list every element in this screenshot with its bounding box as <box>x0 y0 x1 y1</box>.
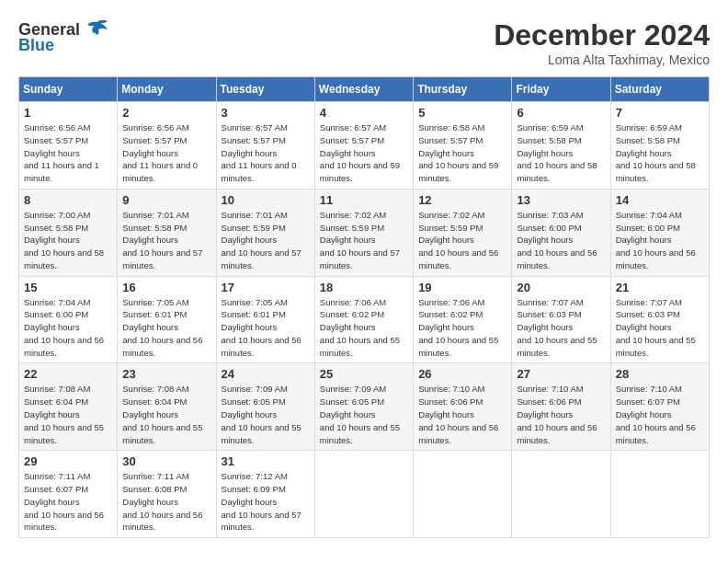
day-info: Sunrise: 7:01 AM Sunset: 5:58 PM Dayligh… <box>122 209 210 272</box>
day-info: Sunrise: 7:11 AM Sunset: 6:08 PM Dayligh… <box>122 470 210 534</box>
logo: General Blue <box>18 18 109 55</box>
sunset-label: Sunset: 6:06 PM <box>517 396 581 407</box>
daylight-label: Daylight hours <box>517 235 573 245</box>
daylight-label: Daylight hours <box>24 409 80 419</box>
calendar-cell: 28 Sunrise: 7:10 AM Sunset: 6:07 PM Dayl… <box>610 363 709 451</box>
sunset-label: Sunset: 5:59 PM <box>320 223 384 233</box>
daylight-duration: and 10 hours and 58 minutes. <box>616 160 696 183</box>
day-info: Sunrise: 7:05 AM Sunset: 6:01 PM Dayligh… <box>222 296 310 360</box>
daylight-duration: and 10 hours and 56 minutes. <box>24 335 104 358</box>
sunset-label: Sunset: 6:04 PM <box>24 396 88 407</box>
calendar-header-monday: Monday <box>118 77 216 102</box>
logo-bird-icon <box>84 18 109 41</box>
calendar-week-row: 15 Sunrise: 7:04 AM Sunset: 6:00 PM Dayl… <box>19 276 710 363</box>
day-info: Sunrise: 7:11 AM Sunset: 6:07 PM Dayligh… <box>24 470 112 534</box>
daylight-label: Daylight hours <box>517 148 573 158</box>
sunrise-label: Sunrise: 6:59 AM <box>616 122 682 132</box>
day-number: 22 <box>24 367 112 381</box>
daylight-duration: and 10 hours and 56 minutes. <box>222 335 301 358</box>
sunrise-label: Sunrise: 7:07 AM <box>517 297 583 307</box>
daylight-label: Daylight hours <box>222 497 278 507</box>
sunrise-label: Sunrise: 7:02 AM <box>320 210 386 220</box>
calendar-cell: 15 Sunrise: 7:04 AM Sunset: 6:00 PM Dayl… <box>19 276 118 363</box>
day-number: 26 <box>418 367 506 381</box>
day-number: 7 <box>616 106 704 120</box>
calendar-header-friday: Friday <box>512 77 610 102</box>
day-number: 16 <box>122 281 210 294</box>
sunset-label: Sunset: 6:08 PM <box>122 484 187 494</box>
daylight-label: Daylight hours <box>320 235 376 245</box>
day-number: 15 <box>24 281 112 294</box>
calendar-cell: 17 Sunrise: 7:05 AM Sunset: 6:01 PM Dayl… <box>216 276 314 363</box>
daylight-duration: and 10 hours and 56 minutes. <box>517 247 597 270</box>
day-number: 31 <box>222 454 310 468</box>
daylight-duration: and 10 hours and 59 minutes. <box>320 160 400 183</box>
sunrise-label: Sunrise: 7:05 AM <box>122 297 188 307</box>
calendar-cell: 16 Sunrise: 7:05 AM Sunset: 6:01 PM Dayl… <box>118 276 216 363</box>
daylight-duration: and 10 hours and 59 minutes. <box>418 160 498 183</box>
sunrise-label: Sunrise: 7:04 AM <box>24 297 90 307</box>
day-number: 10 <box>222 193 310 207</box>
daylight-label: Daylight hours <box>24 235 80 245</box>
sunrise-label: Sunrise: 7:10 AM <box>616 384 682 394</box>
daylight-duration: and 11 hours and 0 minutes. <box>222 160 297 183</box>
day-info: Sunrise: 7:08 AM Sunset: 6:04 PM Dayligh… <box>24 383 112 446</box>
daylight-label: Daylight hours <box>616 322 672 332</box>
day-number: 20 <box>517 281 605 294</box>
daylight-label: Daylight hours <box>418 148 474 158</box>
sunset-label: Sunset: 6:01 PM <box>122 309 187 319</box>
sunset-label: Sunset: 6:07 PM <box>616 396 680 407</box>
calendar-cell <box>314 451 413 538</box>
sunset-label: Sunset: 6:05 PM <box>222 396 286 407</box>
sunset-label: Sunset: 5:59 PM <box>222 223 286 233</box>
calendar-cell: 26 Sunrise: 7:10 AM Sunset: 6:06 PM Dayl… <box>414 363 512 451</box>
month-title: December 2024 <box>494 18 710 52</box>
calendar-week-row: 22 Sunrise: 7:08 AM Sunset: 6:04 PM Dayl… <box>19 363 710 451</box>
daylight-label: Daylight hours <box>517 409 573 419</box>
calendar-header-tuesday: Tuesday <box>216 77 314 102</box>
sunrise-label: Sunrise: 6:57 AM <box>222 122 288 132</box>
calendar-week-row: 29 Sunrise: 7:11 AM Sunset: 6:07 PM Dayl… <box>19 451 710 538</box>
calendar-cell: 14 Sunrise: 7:04 AM Sunset: 6:00 PM Dayl… <box>610 189 709 276</box>
day-info: Sunrise: 7:08 AM Sunset: 6:04 PM Dayligh… <box>122 383 210 446</box>
day-info: Sunrise: 7:00 AM Sunset: 5:58 PM Dayligh… <box>24 209 112 272</box>
daylight-duration: and 10 hours and 56 minutes. <box>616 422 696 445</box>
day-info: Sunrise: 7:02 AM Sunset: 5:59 PM Dayligh… <box>418 209 506 272</box>
sunset-label: Sunset: 6:00 PM <box>24 309 88 319</box>
day-info: Sunrise: 7:06 AM Sunset: 6:02 PM Dayligh… <box>418 296 506 360</box>
daylight-label: Daylight hours <box>320 322 376 332</box>
sunrise-label: Sunrise: 7:02 AM <box>418 210 484 220</box>
calendar-cell: 24 Sunrise: 7:09 AM Sunset: 6:05 PM Dayl… <box>216 363 314 451</box>
calendar-header-saturday: Saturday <box>610 77 709 102</box>
sunset-label: Sunset: 6:00 PM <box>616 223 680 233</box>
daylight-label: Daylight hours <box>616 148 672 158</box>
day-info: Sunrise: 6:57 AM Sunset: 5:57 PM Dayligh… <box>320 121 408 185</box>
sunset-label: Sunset: 5:57 PM <box>222 135 286 145</box>
calendar-cell <box>610 451 709 538</box>
sunrise-label: Sunrise: 7:09 AM <box>320 384 386 394</box>
daylight-duration: and 10 hours and 55 minutes. <box>616 335 696 358</box>
calendar-cell: 9 Sunrise: 7:01 AM Sunset: 5:58 PM Dayli… <box>118 189 216 276</box>
calendar-cell: 10 Sunrise: 7:01 AM Sunset: 5:59 PM Dayl… <box>216 189 314 276</box>
daylight-label: Daylight hours <box>616 409 672 419</box>
day-number: 8 <box>24 193 112 207</box>
day-number: 4 <box>320 106 408 120</box>
day-info: Sunrise: 7:07 AM Sunset: 6:03 PM Dayligh… <box>616 296 704 360</box>
day-info: Sunrise: 7:05 AM Sunset: 6:01 PM Dayligh… <box>122 296 210 360</box>
header: General Blue December 2024 Loma Alta Tax… <box>18 18 710 67</box>
day-info: Sunrise: 7:04 AM Sunset: 6:00 PM Dayligh… <box>24 296 112 360</box>
day-number: 30 <box>122 454 210 468</box>
calendar-cell: 25 Sunrise: 7:09 AM Sunset: 6:05 PM Dayl… <box>314 363 413 451</box>
sunset-label: Sunset: 6:06 PM <box>418 396 483 407</box>
sunrise-label: Sunrise: 6:56 AM <box>122 122 188 132</box>
daylight-label: Daylight hours <box>222 235 278 245</box>
calendar-header-sunday: Sunday <box>19 77 118 102</box>
daylight-label: Daylight hours <box>122 148 178 158</box>
daylight-duration: and 10 hours and 55 minutes. <box>24 422 104 445</box>
daylight-duration: and 10 hours and 56 minutes. <box>24 510 104 533</box>
day-info: Sunrise: 7:09 AM Sunset: 6:05 PM Dayligh… <box>320 383 408 446</box>
daylight-duration: and 10 hours and 58 minutes. <box>24 247 104 270</box>
sunset-label: Sunset: 5:59 PM <box>418 223 483 233</box>
logo-blue-text: Blue <box>18 36 54 55</box>
daylight-label: Daylight hours <box>517 322 573 332</box>
